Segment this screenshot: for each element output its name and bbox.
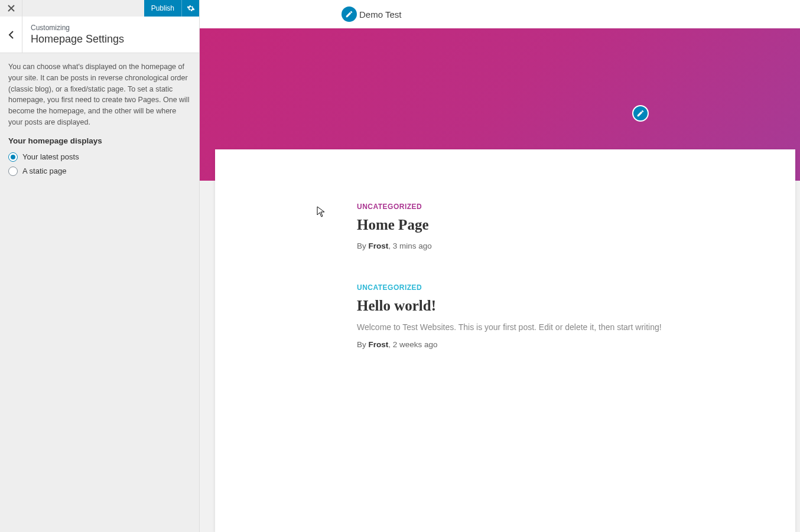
publish-button[interactable]: Publish bbox=[144, 0, 181, 17]
radio-label: Your latest posts bbox=[22, 152, 79, 161]
post-author[interactable]: Frost bbox=[369, 340, 389, 349]
panel-description: You can choose what's displayed on the h… bbox=[0, 53, 199, 136]
close-button[interactable] bbox=[0, 0, 22, 17]
site-title[interactable]: Demo Test bbox=[359, 9, 401, 19]
panel-title: Homepage Settings bbox=[31, 33, 124, 45]
sidebar-top-row: Publish bbox=[0, 0, 199, 17]
radio-latest-posts[interactable]: Your latest posts bbox=[0, 150, 199, 164]
publish-label: Publish bbox=[151, 4, 174, 12]
post-category[interactable]: UNCATEGORIZED bbox=[357, 283, 760, 292]
meta-sep: , bbox=[388, 340, 393, 349]
post-item: UNCATEGORIZED Hello world! Welcome to Te… bbox=[357, 283, 760, 349]
back-button[interactable] bbox=[0, 17, 22, 53]
radio-icon bbox=[8, 152, 18, 162]
pencil-icon bbox=[345, 10, 353, 18]
panel-header: Customizing Homepage Settings bbox=[0, 17, 199, 53]
post-category[interactable]: UNCATEGORIZED bbox=[357, 203, 760, 211]
preview-pane: Demo Test UNCATEGORIZED Home Page By Fro… bbox=[200, 0, 800, 532]
edit-shortcut-hero[interactable] bbox=[632, 105, 649, 122]
edit-shortcut-site-title[interactable] bbox=[342, 6, 357, 22]
post-item: UNCATEGORIZED Home Page By Frost, 3 mins… bbox=[357, 203, 760, 250]
by-label: By bbox=[357, 241, 369, 250]
site-header: Demo Test bbox=[200, 0, 800, 28]
post-time: 2 weeks ago bbox=[393, 340, 438, 349]
customizing-label: Customizing bbox=[31, 24, 124, 32]
content-card: UNCATEGORIZED Home Page By Frost, 3 mins… bbox=[215, 149, 795, 532]
post-excerpt: Welcome to Test Websites. This is your f… bbox=[357, 322, 760, 332]
gear-icon bbox=[187, 4, 195, 12]
radio-label: A static page bbox=[22, 167, 66, 175]
customizer-sidebar: Publish Customizing Homepage Settings Yo… bbox=[0, 0, 200, 532]
publish-settings-button[interactable] bbox=[181, 0, 199, 17]
post-meta: By Frost, 3 mins ago bbox=[357, 241, 760, 250]
radio-static-page[interactable]: A static page bbox=[0, 164, 199, 178]
chevron-left-icon bbox=[8, 31, 14, 39]
meta-sep: , bbox=[388, 241, 393, 250]
pencil-icon bbox=[636, 109, 645, 118]
post-title[interactable]: Hello world! bbox=[357, 298, 760, 314]
by-label: By bbox=[357, 340, 369, 349]
section-label: Your homepage displays bbox=[0, 136, 199, 150]
radio-icon bbox=[8, 167, 18, 176]
post-author[interactable]: Frost bbox=[369, 241, 389, 250]
cursor-icon bbox=[317, 206, 325, 218]
post-meta: By Frost, 2 weeks ago bbox=[357, 340, 760, 349]
post-time: 3 mins ago bbox=[393, 241, 432, 250]
post-title[interactable]: Home Page bbox=[357, 217, 760, 233]
close-icon bbox=[8, 5, 15, 12]
